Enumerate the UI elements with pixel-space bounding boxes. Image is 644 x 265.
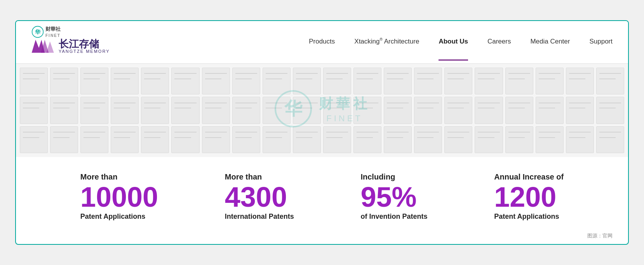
patent-doc xyxy=(80,126,108,153)
finet-logo: 华 财華社 FINET xyxy=(31,26,61,38)
patent-doc xyxy=(293,126,321,153)
patent-doc xyxy=(141,68,169,94)
patent-doc xyxy=(414,68,442,94)
patent-doc xyxy=(171,126,199,153)
patent-doc xyxy=(505,97,533,124)
stat-2-sublabel: International Patents xyxy=(225,213,294,221)
patent-doc xyxy=(50,126,78,153)
patent-doc xyxy=(596,68,624,94)
nav: Products Xtacking® Architecture About Us… xyxy=(309,37,613,47)
stat-1-number: 10000 xyxy=(80,183,158,211)
patent-doc xyxy=(232,97,260,124)
patent-doc xyxy=(384,68,412,94)
patent-doc xyxy=(323,126,351,153)
patent-doc xyxy=(202,126,230,153)
header: 华 财華社 FINET 长江存储 YANGTZE MEMORY xyxy=(16,21,628,64)
yangtze-logo: 长江存储 YANGTZE MEMORY xyxy=(31,38,110,54)
patent-doc xyxy=(323,97,351,124)
patent-doc xyxy=(232,68,260,94)
yangtze-memory-icon xyxy=(31,38,55,54)
patent-doc xyxy=(566,97,594,124)
patent-doc xyxy=(475,68,503,94)
patent-grid xyxy=(16,64,628,157)
patent-doc xyxy=(141,97,169,124)
patent-documents-background: 华 财華社 FINET xyxy=(16,64,628,157)
patent-doc xyxy=(596,126,624,153)
patent-doc xyxy=(111,126,139,153)
patent-doc xyxy=(536,126,564,153)
yangtze-text: 长江存储 YANGTZE MEMORY xyxy=(59,39,110,54)
stat-2-prefix: More than xyxy=(225,173,262,181)
patent-doc xyxy=(20,126,48,153)
patent-doc xyxy=(536,68,564,94)
patent-doc xyxy=(596,97,624,124)
patent-doc xyxy=(444,97,472,124)
patent-doc xyxy=(171,68,199,94)
patent-doc xyxy=(414,97,442,124)
patent-doc xyxy=(566,126,594,153)
nav-item-careers[interactable]: Careers xyxy=(487,38,511,47)
patent-doc xyxy=(353,68,381,94)
patent-doc xyxy=(50,68,78,94)
stat-2-number: 4300 xyxy=(225,183,287,211)
stat-international-patents: More than 4300 International Patents xyxy=(225,173,294,221)
logo-area: 华 财華社 FINET 长江存储 YANGTZE MEMORY xyxy=(31,30,110,54)
patent-doc xyxy=(475,97,503,124)
patent-doc xyxy=(384,126,412,153)
stat-4-number: 1200 xyxy=(494,183,556,211)
stat-4-sublabel: Patent Applications xyxy=(494,213,559,221)
patent-doc xyxy=(80,97,108,124)
patent-doc xyxy=(263,97,291,124)
patent-doc xyxy=(171,97,199,124)
page-wrapper: 华 财華社 FINET 长江存储 YANGTZE MEMORY xyxy=(15,20,629,245)
stat-patent-applications: More than 10000 Patent Applications xyxy=(80,173,158,221)
nav-item-support[interactable]: Support xyxy=(589,38,613,47)
stat-invention-patents: Including 95% of Invention Patents xyxy=(360,173,427,221)
patent-doc xyxy=(141,126,169,153)
stat-annual-increase: Annual Increase of 1200 Patent Applicati… xyxy=(494,173,564,221)
patent-doc xyxy=(20,68,48,94)
patent-doc xyxy=(505,126,533,153)
patent-doc xyxy=(20,97,48,124)
source-attribution: 图源：官网 xyxy=(16,232,628,244)
patent-doc xyxy=(202,97,230,124)
patent-doc xyxy=(353,126,381,153)
stats-section: More than 10000 Patent Applications More… xyxy=(16,157,628,232)
patent-doc xyxy=(475,126,503,153)
nav-item-media[interactable]: Media Center xyxy=(530,38,570,47)
patent-doc xyxy=(505,68,533,94)
finet-icon: 华 xyxy=(31,26,44,38)
patent-doc xyxy=(50,97,78,124)
stat-4-prefix: Annual Increase of xyxy=(494,173,564,181)
patent-doc xyxy=(263,126,291,153)
patent-doc xyxy=(232,126,260,153)
patent-doc xyxy=(444,68,472,94)
nav-item-products[interactable]: Products xyxy=(309,38,335,47)
finet-brand-text: 财華社 FINET xyxy=(45,26,61,38)
patent-doc xyxy=(384,97,412,124)
patent-doc xyxy=(566,68,594,94)
patent-doc xyxy=(414,126,442,153)
patent-doc xyxy=(80,68,108,94)
stat-3-sublabel: of Invention Patents xyxy=(360,213,427,221)
patent-doc xyxy=(293,97,321,124)
nav-item-xtacking[interactable]: Xtacking® Architecture xyxy=(354,37,419,47)
svg-marker-4 xyxy=(46,41,54,52)
patent-doc xyxy=(111,68,139,94)
patent-doc xyxy=(353,97,381,124)
patent-doc xyxy=(323,68,351,94)
patent-doc xyxy=(444,126,472,153)
stat-1-sublabel: Patent Applications xyxy=(80,213,145,221)
stat-3-prefix: Including xyxy=(360,173,395,181)
patent-doc xyxy=(263,68,291,94)
patent-doc xyxy=(536,97,564,124)
stat-3-number: 95% xyxy=(360,183,416,211)
patent-doc xyxy=(293,68,321,94)
patent-doc xyxy=(111,97,139,124)
patent-doc xyxy=(202,68,230,94)
stat-1-prefix: More than xyxy=(80,173,118,181)
nav-item-about[interactable]: About Us xyxy=(439,38,468,61)
svg-text:华: 华 xyxy=(35,29,41,35)
